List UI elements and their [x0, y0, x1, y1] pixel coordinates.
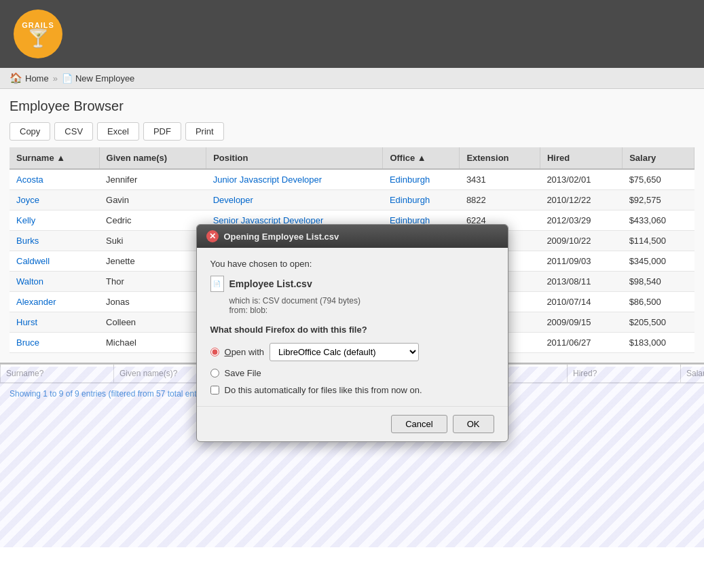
breadcrumb-new-employee: 📄 New Employee: [62, 73, 134, 84]
auto-checkbox[interactable]: [210, 386, 219, 394]
ok-button[interactable]: OK: [453, 415, 494, 433]
table-row: AcostaJenniferJunior Javascript Develope…: [10, 169, 694, 190]
breadcrumb-home-label: Home: [25, 73, 49, 84]
save-file-label: Save File: [225, 368, 261, 378]
office-link[interactable]: Edinburgh: [390, 195, 430, 205]
dialog-footer: Cancel OK: [197, 406, 508, 441]
footer-text: Showing 1 to 9 of 9 entries (filtered fr…: [10, 389, 212, 399]
table-header-row: Surname ▲ Given name(s) Position Office …: [10, 147, 694, 169]
col-salary[interactable]: Salary: [623, 147, 694, 169]
excel-button[interactable]: Excel: [97, 122, 139, 141]
office-link[interactable]: Edinburgh: [390, 174, 430, 185]
surname-link[interactable]: Bruce: [16, 337, 39, 348]
breadcrumb-separator: »: [53, 73, 58, 84]
pdf-button[interactable]: PDF: [143, 122, 181, 141]
position-link[interactable]: Developer: [213, 195, 253, 205]
csv-button[interactable]: CSV: [54, 122, 93, 141]
toolbar: Copy CSV Excel PDF Print: [10, 122, 694, 141]
print-button[interactable]: Print: [185, 122, 224, 141]
filter-surname[interactable]: [0, 364, 113, 383]
file-row: 📄 Employee List.csv: [210, 276, 494, 292]
file-type: which is: CSV document (794 bytes): [229, 296, 494, 306]
dialog-body: You have chosen to open: 📄 Employee List…: [197, 248, 508, 406]
surname-link[interactable]: Walton: [16, 276, 43, 287]
col-office[interactable]: Office ▲: [383, 147, 460, 169]
dialog-title: Opening Employee List.csv: [224, 232, 339, 242]
dialog-close-button[interactable]: ✕: [206, 230, 219, 242]
dialog-header: ✕ Opening Employee List.csv: [197, 225, 508, 248]
surname-link[interactable]: Caldwell: [16, 256, 50, 266]
surname-link[interactable]: Kelly: [16, 215, 35, 225]
surname-link[interactable]: Joyce: [16, 195, 39, 205]
open-with-row: Open with LibreOffice Calc (default): [210, 343, 494, 361]
save-file-radio[interactable]: [210, 369, 219, 378]
sort-icon-office: ▲: [418, 153, 426, 163]
surname-link[interactable]: Acosta: [16, 174, 43, 185]
dialog-filename: Employee List.csv: [229, 278, 312, 289]
open-with-label: Open with: [225, 347, 265, 357]
position-link[interactable]: Junior Javascript Developer: [213, 174, 322, 185]
open-with-app-select[interactable]: LibreOffice Calc (default): [270, 343, 419, 361]
surname-link[interactable]: Burks: [16, 236, 39, 246]
file-from: from: blob:: [229, 306, 494, 315]
app-header: GRAILS 🍸: [0, 0, 704, 68]
grails-logo: GRAILS 🍸: [14, 10, 62, 58]
sort-icon-surname: ▲: [56, 153, 65, 163]
breadcrumb-new-employee-label: New Employee: [75, 73, 134, 84]
home-icon: 🏠: [10, 72, 22, 84]
page-icon: 📄: [62, 73, 73, 84]
auto-row: Do this automatically for files like thi…: [210, 385, 494, 395]
col-extension[interactable]: Extension: [460, 147, 540, 169]
col-hired[interactable]: Hired: [540, 147, 622, 169]
surname-link[interactable]: Hurst: [16, 317, 37, 327]
filter-salary[interactable]: [680, 364, 704, 383]
file-icon: 📄: [210, 276, 224, 292]
col-position[interactable]: Position: [206, 147, 383, 169]
cancel-button[interactable]: Cancel: [391, 415, 447, 433]
col-givenname[interactable]: Given name(s): [99, 147, 206, 169]
col-surname[interactable]: Surname ▲: [10, 147, 99, 169]
dialog-intro: You have chosen to open:: [210, 259, 494, 269]
file-open-dialog: ✕ Opening Employee List.csv You have cho…: [196, 224, 508, 442]
save-file-row: Save File: [210, 368, 494, 378]
copy-button[interactable]: Copy: [10, 122, 50, 141]
dialog-question: What should Firefox do with this file?: [210, 325, 494, 335]
surname-link[interactable]: Alexander: [16, 297, 56, 307]
open-with-radio[interactable]: [210, 348, 219, 356]
table-row: JoyceGavinDeveloperEdinburgh88222010/12/…: [10, 190, 694, 210]
breadcrumb: 🏠 Home » 📄 New Employee: [0, 68, 704, 89]
auto-label: Do this automatically for files like thi…: [225, 385, 422, 395]
filter-hired[interactable]: [567, 364, 680, 383]
grails-icon: 🍸: [27, 29, 49, 47]
breadcrumb-home[interactable]: 🏠 Home: [10, 72, 49, 84]
file-meta: which is: CSV document (794 bytes) from:…: [229, 296, 494, 315]
page-title: Employee Browser: [10, 98, 694, 114]
